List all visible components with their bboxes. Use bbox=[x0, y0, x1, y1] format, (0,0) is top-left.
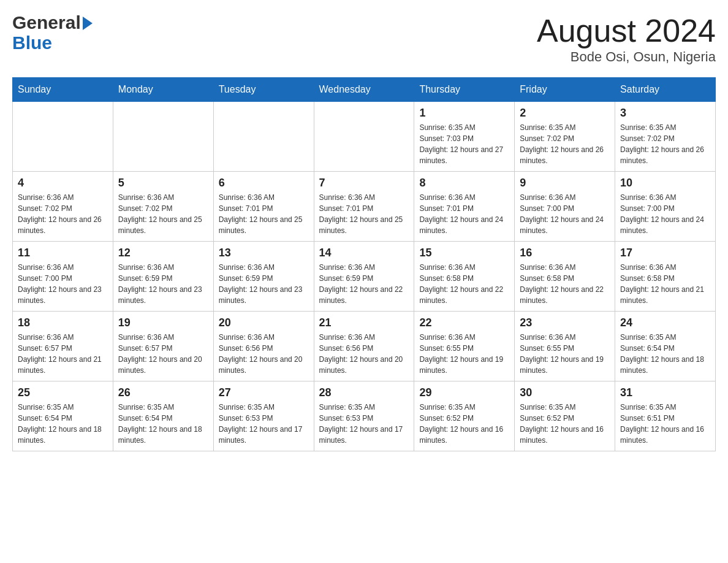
day-number: 27 bbox=[219, 386, 309, 399]
table-row: 28Sunrise: 6:35 AM Sunset: 6:53 PM Dayli… bbox=[314, 381, 414, 451]
day-info: Sunrise: 6:36 AM Sunset: 7:00 PM Dayligh… bbox=[620, 192, 710, 236]
table-row: 2Sunrise: 6:35 AM Sunset: 7:02 PM Daylig… bbox=[515, 102, 615, 172]
calendar-week-row: 4Sunrise: 6:36 AM Sunset: 7:02 PM Daylig… bbox=[13, 172, 716, 242]
table-row: 14Sunrise: 6:36 AM Sunset: 6:59 PM Dayli… bbox=[314, 242, 414, 312]
day-number: 2 bbox=[520, 107, 610, 120]
day-info: Sunrise: 6:35 AM Sunset: 7:02 PM Dayligh… bbox=[520, 122, 610, 166]
day-info: Sunrise: 6:36 AM Sunset: 7:01 PM Dayligh… bbox=[419, 192, 509, 236]
day-info: Sunrise: 6:35 AM Sunset: 6:51 PM Dayligh… bbox=[620, 402, 710, 446]
table-row: 9Sunrise: 6:36 AM Sunset: 7:00 PM Daylig… bbox=[515, 172, 615, 242]
calendar-table: Sunday Monday Tuesday Wednesday Thursday… bbox=[12, 77, 716, 451]
calendar-week-row: 1Sunrise: 6:35 AM Sunset: 7:03 PM Daylig… bbox=[13, 102, 716, 172]
col-wednesday: Wednesday bbox=[314, 78, 414, 102]
table-row: 21Sunrise: 6:36 AM Sunset: 6:56 PM Dayli… bbox=[314, 312, 414, 381]
table-row: 27Sunrise: 6:35 AM Sunset: 6:53 PM Dayli… bbox=[213, 381, 314, 451]
day-number: 17 bbox=[620, 247, 710, 259]
day-info: Sunrise: 6:35 AM Sunset: 6:52 PM Dayligh… bbox=[419, 402, 509, 446]
day-number: 19 bbox=[118, 316, 208, 329]
day-number: 26 bbox=[118, 386, 208, 399]
day-info: Sunrise: 6:35 AM Sunset: 7:03 PM Dayligh… bbox=[419, 122, 509, 166]
col-saturday: Saturday bbox=[615, 78, 716, 102]
table-row: 6Sunrise: 6:36 AM Sunset: 7:01 PM Daylig… bbox=[213, 172, 314, 242]
day-info: Sunrise: 6:36 AM Sunset: 7:01 PM Dayligh… bbox=[319, 192, 409, 236]
col-friday: Friday bbox=[515, 78, 615, 102]
day-info: Sunrise: 6:36 AM Sunset: 7:02 PM Dayligh… bbox=[118, 192, 208, 236]
title-block: August 2024 Bode Osi, Osun, Nigeria bbox=[537, 12, 716, 65]
table-row: 20Sunrise: 6:36 AM Sunset: 6:56 PM Dayli… bbox=[213, 312, 314, 381]
day-number: 7 bbox=[319, 177, 409, 190]
logo: General Blue bbox=[12, 12, 93, 53]
day-number: 21 bbox=[319, 316, 409, 329]
calendar-week-row: 18Sunrise: 6:36 AM Sunset: 6:57 PM Dayli… bbox=[13, 312, 716, 381]
day-number: 15 bbox=[419, 247, 509, 259]
day-info: Sunrise: 6:36 AM Sunset: 6:58 PM Dayligh… bbox=[419, 262, 509, 306]
day-number: 20 bbox=[219, 316, 309, 329]
day-info: Sunrise: 6:36 AM Sunset: 6:56 PM Dayligh… bbox=[219, 332, 309, 376]
table-row: 4Sunrise: 6:36 AM Sunset: 7:02 PM Daylig… bbox=[13, 172, 113, 242]
table-row: 17Sunrise: 6:36 AM Sunset: 6:58 PM Dayli… bbox=[615, 242, 716, 312]
table-row bbox=[113, 102, 213, 172]
calendar-week-row: 11Sunrise: 6:36 AM Sunset: 7:00 PM Dayli… bbox=[13, 242, 716, 312]
day-number: 30 bbox=[520, 386, 610, 399]
logo-general: General bbox=[12, 12, 81, 33]
logo-triangle-icon bbox=[83, 17, 93, 30]
day-number: 28 bbox=[319, 386, 409, 399]
table-row: 24Sunrise: 6:35 AM Sunset: 6:54 PM Dayli… bbox=[615, 312, 716, 381]
day-number: 14 bbox=[319, 247, 409, 259]
page-header: General Blue August 2024 Bode Osi, Osun,… bbox=[12, 12, 716, 65]
day-info: Sunrise: 6:35 AM Sunset: 6:54 PM Dayligh… bbox=[18, 402, 108, 446]
day-number: 3 bbox=[620, 107, 710, 120]
table-row: 1Sunrise: 6:35 AM Sunset: 7:03 PM Daylig… bbox=[414, 102, 515, 172]
table-row: 25Sunrise: 6:35 AM Sunset: 6:54 PM Dayli… bbox=[13, 381, 113, 451]
table-row: 18Sunrise: 6:36 AM Sunset: 6:57 PM Dayli… bbox=[13, 312, 113, 381]
day-info: Sunrise: 6:35 AM Sunset: 6:54 PM Dayligh… bbox=[118, 402, 208, 446]
day-info: Sunrise: 6:36 AM Sunset: 6:55 PM Dayligh… bbox=[419, 332, 509, 376]
table-row: 19Sunrise: 6:36 AM Sunset: 6:57 PM Dayli… bbox=[113, 312, 213, 381]
table-row: 8Sunrise: 6:36 AM Sunset: 7:01 PM Daylig… bbox=[414, 172, 515, 242]
calendar-title: August 2024 bbox=[537, 12, 716, 49]
day-number: 23 bbox=[520, 316, 610, 329]
table-row: 22Sunrise: 6:36 AM Sunset: 6:55 PM Dayli… bbox=[414, 312, 515, 381]
table-row: 23Sunrise: 6:36 AM Sunset: 6:55 PM Dayli… bbox=[515, 312, 615, 381]
table-row: 31Sunrise: 6:35 AM Sunset: 6:51 PM Dayli… bbox=[615, 381, 716, 451]
day-number: 5 bbox=[118, 177, 208, 190]
col-monday: Monday bbox=[113, 78, 213, 102]
day-info: Sunrise: 6:36 AM Sunset: 6:56 PM Dayligh… bbox=[319, 332, 409, 376]
table-row: 12Sunrise: 6:36 AM Sunset: 6:59 PM Dayli… bbox=[113, 242, 213, 312]
day-info: Sunrise: 6:35 AM Sunset: 6:53 PM Dayligh… bbox=[219, 402, 309, 446]
table-row: 16Sunrise: 6:36 AM Sunset: 6:58 PM Dayli… bbox=[515, 242, 615, 312]
table-row: 26Sunrise: 6:35 AM Sunset: 6:54 PM Dayli… bbox=[113, 381, 213, 451]
col-tuesday: Tuesday bbox=[213, 78, 314, 102]
table-row: 7Sunrise: 6:36 AM Sunset: 7:01 PM Daylig… bbox=[314, 172, 414, 242]
day-number: 4 bbox=[18, 177, 108, 190]
day-info: Sunrise: 6:36 AM Sunset: 6:55 PM Dayligh… bbox=[520, 332, 610, 376]
day-number: 31 bbox=[620, 386, 710, 399]
col-thursday: Thursday bbox=[414, 78, 515, 102]
table-row: 10Sunrise: 6:36 AM Sunset: 7:00 PM Dayli… bbox=[615, 172, 716, 242]
day-info: Sunrise: 6:36 AM Sunset: 6:59 PM Dayligh… bbox=[118, 262, 208, 306]
table-row: 5Sunrise: 6:36 AM Sunset: 7:02 PM Daylig… bbox=[113, 172, 213, 242]
day-number: 16 bbox=[520, 247, 610, 259]
table-row bbox=[314, 102, 414, 172]
day-number: 18 bbox=[18, 316, 108, 329]
day-number: 9 bbox=[520, 177, 610, 190]
day-number: 22 bbox=[419, 316, 509, 329]
day-number: 24 bbox=[620, 316, 710, 329]
day-number: 25 bbox=[18, 386, 108, 399]
table-row: 3Sunrise: 6:35 AM Sunset: 7:02 PM Daylig… bbox=[615, 102, 716, 172]
day-number: 29 bbox=[419, 386, 509, 399]
day-number: 13 bbox=[219, 247, 309, 259]
day-info: Sunrise: 6:36 AM Sunset: 6:57 PM Dayligh… bbox=[18, 332, 108, 376]
table-row: 15Sunrise: 6:36 AM Sunset: 6:58 PM Dayli… bbox=[414, 242, 515, 312]
day-info: Sunrise: 6:36 AM Sunset: 7:00 PM Dayligh… bbox=[520, 192, 610, 236]
table-row: 13Sunrise: 6:36 AM Sunset: 6:59 PM Dayli… bbox=[213, 242, 314, 312]
day-info: Sunrise: 6:36 AM Sunset: 7:01 PM Dayligh… bbox=[219, 192, 309, 236]
day-info: Sunrise: 6:36 AM Sunset: 7:00 PM Dayligh… bbox=[18, 262, 108, 306]
day-info: Sunrise: 6:36 AM Sunset: 6:58 PM Dayligh… bbox=[620, 262, 710, 306]
calendar-header-row: Sunday Monday Tuesday Wednesday Thursday… bbox=[13, 78, 716, 102]
table-row: 11Sunrise: 6:36 AM Sunset: 7:00 PM Dayli… bbox=[13, 242, 113, 312]
day-info: Sunrise: 6:35 AM Sunset: 6:54 PM Dayligh… bbox=[620, 332, 710, 376]
day-number: 8 bbox=[419, 177, 509, 190]
table-row bbox=[213, 102, 314, 172]
day-info: Sunrise: 6:35 AM Sunset: 7:02 PM Dayligh… bbox=[620, 122, 710, 166]
